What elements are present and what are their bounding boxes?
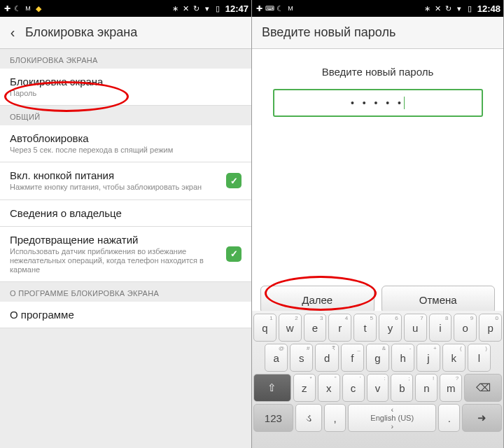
row-sub: Через 5 сек. после перехода в спящий реж…	[10, 146, 241, 155]
status-bar: ✚ ⌨ ☾ M ∗ ✕ ↻ ▾ ▯ 12:48	[252, 0, 503, 17]
key-r[interactable]: 4r	[328, 314, 351, 342]
battery-icon: ▯	[214, 4, 222, 13]
mute-icon: ✕	[182, 4, 190, 13]
row-sub: Пароль	[10, 89, 241, 98]
moon-icon: ☾	[276, 4, 284, 13]
text-caret	[404, 97, 405, 109]
settings-list: БЛОКИРОВКА ЭКРАНА Блокировка экрана Паро…	[0, 49, 251, 448]
keyboard-icon: ⌨	[265, 4, 274, 13]
key-label: English (US)	[370, 414, 414, 422]
key-z[interactable]: *z	[293, 374, 316, 402]
keyboard-row-2: @a#s₹d_f&g-h+j(k)l	[253, 344, 502, 372]
key-f[interactable]: _f	[341, 344, 364, 372]
key-b[interactable]: ;b	[391, 374, 413, 402]
wifi-icon: ▾	[455, 4, 463, 13]
key-s[interactable]: #s	[290, 344, 313, 372]
key-y[interactable]: 6y	[379, 314, 402, 342]
period-key[interactable]: .	[438, 404, 460, 432]
row-autolock[interactable]: Автоблокировка Через 5 сек. после перехо…	[0, 125, 251, 162]
section-label-lock: БЛОКИРОВКА ЭКРАНА	[0, 49, 251, 69]
keyboard-row-3: ⇧ *z"x'c:v;b!n?m ⌫	[253, 374, 502, 402]
key-l[interactable]: )l	[468, 344, 491, 372]
section-label-general: ОБЩИЙ	[0, 106, 251, 125]
mute-icon: ✕	[434, 4, 442, 13]
phone-right: ✚ ⌨ ☾ M ∗ ✕ ↻ ▾ ▯ 12:48 Введите новый па…	[252, 0, 504, 448]
key-o[interactable]: 9o	[454, 314, 477, 342]
header-bar: Введите новый пароль	[252, 17, 503, 49]
row-sub: Нажмите кнопку питания, чтобы заблокиров…	[10, 183, 226, 192]
page-title: Блокировка экрана	[25, 25, 137, 40]
password-masked-value: • • • • •	[351, 97, 404, 108]
keyboard-row-1: 1q2w3e4r5t6y7u8i9o0p	[253, 314, 502, 342]
bluetooth-icon: ∗	[172, 4, 180, 13]
header-bar: ‹ Блокировка экрана	[0, 17, 251, 49]
key-v[interactable]: :v	[367, 374, 389, 402]
battery-icon: ▯	[465, 4, 474, 13]
key-n[interactable]: !n	[415, 374, 438, 402]
back-icon[interactable]: ‹	[6, 26, 20, 40]
key-label: 123	[265, 412, 282, 424]
key-a[interactable]: @a	[265, 344, 288, 372]
mail-icon: M	[24, 4, 32, 13]
row-title: Вкл. кнопкой питания	[10, 169, 226, 181]
button-label: Далее	[302, 294, 332, 306]
key-u[interactable]: 7u	[404, 314, 427, 342]
key-j[interactable]: +j	[416, 344, 440, 372]
next-button[interactable]: Далее	[260, 286, 374, 314]
checkbox-on-icon[interactable]: ✓	[226, 246, 241, 262]
key-p[interactable]: 0p	[479, 314, 502, 342]
plus-icon: ✚	[3, 4, 11, 13]
row-screen-lock[interactable]: Блокировка экрана Пароль	[0, 69, 251, 106]
cancel-button[interactable]: Отмена	[382, 286, 496, 314]
shift-key[interactable]: ⇧	[253, 374, 291, 402]
key-m[interactable]: ?m	[440, 374, 462, 402]
row-title: Автоблокировка	[10, 132, 241, 144]
keyboard-row-4: 123 ડ , ‹ English (US) › . ➜	[253, 404, 502, 432]
row-title: О программе	[10, 309, 241, 321]
sync-icon: ↻	[192, 4, 201, 13]
key-i[interactable]: 8i	[429, 314, 452, 342]
app-icon: ◆	[34, 4, 43, 13]
moon-icon: ☾	[13, 4, 22, 13]
key-g[interactable]: &g	[366, 344, 389, 372]
row-title: Предотвращение нажатий	[10, 234, 226, 246]
enter-key[interactable]: ➜	[462, 404, 502, 432]
key-c[interactable]: 'c	[342, 374, 365, 402]
key-w[interactable]: 2w	[279, 314, 302, 342]
backspace-key[interactable]: ⌫	[464, 374, 502, 402]
key-e[interactable]: 3e	[304, 314, 327, 342]
row-about[interactable]: О программе	[0, 302, 251, 328]
section-label-about: О ПРОГРАММЕ БЛОКИРОВКА ЭКРАНА	[0, 282, 251, 302]
key-label: .	[448, 412, 451, 424]
soft-keyboard: 1q2w3e4r5t6y7u8i9o0p @a#s₹d_f&g-h+j(k)l …	[252, 311, 503, 448]
checkbox-on-icon[interactable]: ✓	[226, 173, 241, 188]
key-h[interactable]: -h	[391, 344, 414, 372]
button-row: Далее Отмена	[252, 286, 503, 314]
row-owner-info[interactable]: Сведения о владельце	[0, 200, 251, 227]
wifi-icon: ▾	[203, 4, 211, 13]
key-x[interactable]: "x	[318, 374, 340, 402]
status-bar: ✚ ☾ M ◆ ∗ ✕ ↻ ▾ ▯ 12:47	[0, 0, 251, 17]
row-title: Сведения о владельце	[10, 207, 241, 219]
phone-left: ✚ ☾ M ◆ ∗ ✕ ↻ ▾ ▯ 12:47 ‹ Блокировка экр…	[0, 0, 252, 448]
page-title: Введите новый пароль	[262, 25, 396, 40]
bluetooth-icon: ∗	[424, 4, 432, 13]
swype-key[interactable]: ડ	[295, 404, 322, 432]
row-title: Блокировка экрана	[10, 76, 241, 88]
row-touch-prevent[interactable]: Предотвращение нажатий Использовать датч…	[0, 227, 251, 283]
button-label: Отмена	[419, 294, 457, 306]
mail-icon: M	[286, 4, 295, 13]
symbols-key[interactable]: 123	[253, 404, 293, 432]
password-input[interactable]: • • • • •	[273, 89, 483, 117]
sync-icon: ↻	[444, 4, 453, 13]
password-screen: Введите новый пароль • • • • • Далее Отм…	[252, 49, 503, 448]
key-label: ,	[334, 412, 337, 424]
row-power-lock[interactable]: Вкл. кнопкой питания Нажмите кнопку пита…	[0, 162, 251, 200]
key-t[interactable]: 5t	[354, 314, 377, 342]
key-k[interactable]: (k	[442, 344, 465, 372]
key-q[interactable]: 1q	[253, 314, 276, 342]
comma-key[interactable]: ,	[324, 404, 346, 432]
space-key[interactable]: ‹ English (US) ›	[348, 404, 436, 432]
key-d[interactable]: ₹d	[315, 344, 338, 372]
password-prompt: Введите новый пароль	[252, 66, 503, 78]
